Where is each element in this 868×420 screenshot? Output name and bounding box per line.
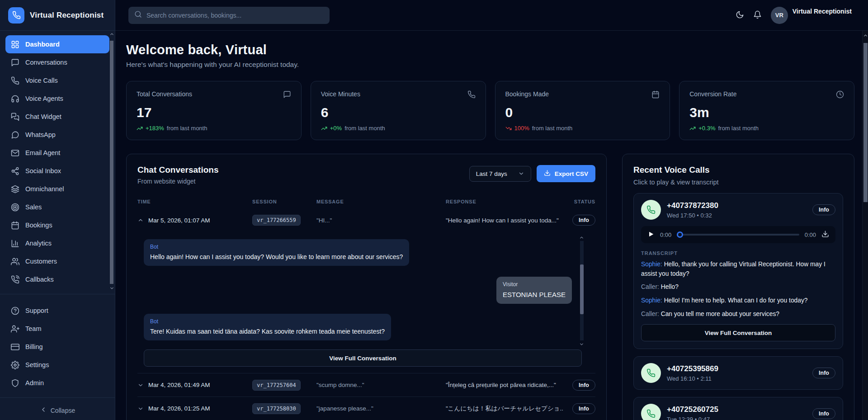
voice-call-card-expanded[interactable]: +40737872380 Wed 17:50 • 0:32 Info 0:00: [633, 193, 843, 349]
export-csv-button[interactable]: Export CSV: [537, 165, 595, 182]
sidebar-item-omnichannel[interactable]: Omnichannel: [5, 180, 109, 198]
sidebar-item-label: Support: [25, 307, 48, 314]
scroll-down-icon[interactable]: [109, 286, 114, 291]
sidebar-item-support[interactable]: Support: [5, 302, 109, 320]
play-button[interactable]: [647, 231, 655, 239]
sidebar-item-conversations[interactable]: Conversations: [5, 53, 109, 71]
sidebar-nav-secondary: SupportTeamBillingSettingsAdmin: [0, 298, 115, 394]
conversation-row[interactable]: Mar 4, 2026, 01:25 AMvr_177258030"japane…: [137, 396, 595, 420]
chevron-down-icon: [137, 382, 144, 388]
chat-scrollbar-thumb[interactable]: [580, 264, 584, 314]
transcript-line: Caller: Hello?: [641, 283, 835, 292]
trend-down-icon: [505, 125, 512, 132]
download-icon: [821, 230, 829, 239]
transcript-text: Hello?: [661, 283, 679, 290]
sidebar: Virtual Receptionist DashboardConversati…: [0, 0, 115, 420]
sidebar-item-settings[interactable]: Settings: [5, 356, 109, 374]
slider-track[interactable]: [677, 234, 799, 236]
scroll-up-icon[interactable]: [109, 32, 114, 37]
scroll-down-icon[interactable]: [579, 340, 584, 349]
sidebar-scrollbar-thumb[interactable]: [110, 41, 113, 284]
download-recording-button[interactable]: [821, 230, 829, 239]
info-badge[interactable]: Info: [572, 380, 595, 391]
phone-call-icon: [641, 363, 661, 383]
sidebar-item-admin[interactable]: Admin: [5, 374, 109, 392]
sidebar-item-callbacks[interactable]: Callbacks: [5, 270, 109, 288]
sidebar-item-chat-widget[interactable]: Chat Widget: [5, 108, 109, 126]
sidebar-item-analytics[interactable]: Analytics: [5, 234, 109, 252]
topbar: VR Virtual Receptionist: [115, 0, 868, 31]
conversation-row[interactable]: Mar 5, 2026, 01:07 AMvr_177266559"HI..."…: [137, 208, 595, 232]
table-rows-expanded: Mar 5, 2026, 01:07 AMvr_177266559"HI..."…: [137, 208, 595, 232]
transcript-speaker: Caller:: [641, 283, 659, 290]
seek-slider[interactable]: [677, 231, 799, 238]
chat-conversations-card: Chat Conversations From website widget L…: [126, 154, 607, 420]
sidebar-item-team[interactable]: Team: [5, 320, 109, 338]
view-full-conversation-button[interactable]: View Full Conversation: [641, 324, 835, 341]
sidebar-item-dashboard[interactable]: Dashboard: [5, 35, 109, 53]
calendar-icon: [11, 221, 20, 230]
sidebar-item-label: Dashboard: [25, 41, 60, 48]
stat-value: 0: [505, 105, 660, 120]
sidebar-item-label: Bookings: [25, 222, 52, 229]
sidebar-item-bookings[interactable]: Bookings: [5, 216, 109, 234]
chat-scrollbar[interactable]: [579, 236, 584, 345]
stat-card-voice-minutes: Voice Minutes6+0%from last month: [311, 81, 486, 140]
stat-value: 17: [137, 105, 291, 120]
page-subtitle: Here's what's happening with your AI rec…: [126, 61, 854, 69]
sidebar-item-label: Customers: [25, 258, 57, 265]
chat-card-header: Chat Conversations From website widget L…: [137, 165, 595, 185]
scroll-up-icon[interactable]: [863, 31, 868, 38]
info-badge[interactable]: Info: [572, 215, 595, 226]
info-badge[interactable]: Info: [812, 408, 835, 419]
dashboard-columns: Chat Conversations From website widget L…: [126, 154, 854, 420]
chevron-down-icon: [518, 170, 524, 177]
info-badge[interactable]: Info: [812, 368, 835, 378]
sidebar-item-billing[interactable]: Billing: [5, 338, 109, 356]
view-full-conversation-button[interactable]: View Full Conversation: [144, 349, 582, 367]
user-menu[interactable]: VR Virtual Receptionist: [771, 7, 852, 24]
voice-section-title: Recent Voice Calls: [633, 165, 843, 175]
phone-call-icon: [641, 200, 661, 220]
dashboard-icon: [11, 40, 20, 49]
info-badge[interactable]: Info: [812, 204, 835, 215]
sidebar-item-sales[interactable]: Sales: [5, 198, 109, 216]
sidebar-item-label: Omnichannel: [25, 185, 64, 193]
info-badge[interactable]: Info: [572, 403, 595, 414]
date-range-select[interactable]: Last 7 days: [469, 166, 531, 182]
session-badge: vr_177266559: [252, 215, 301, 226]
user-name: Virtual Receptionist: [793, 8, 852, 15]
conversation-row[interactable]: Mar 4, 2026, 01:49 AMvr_177257604"scump …: [137, 373, 595, 396]
voice-call-card[interactable]: +40725260725Tue 12:39 • 0:47Info: [633, 397, 843, 420]
sidebar-scrollbar[interactable]: [109, 32, 114, 420]
collapse-button[interactable]: Collapse: [40, 406, 75, 415]
page-scrollbar[interactable]: [862, 31, 868, 420]
stat-value: 6: [321, 105, 476, 120]
slider-knob[interactable]: [677, 231, 683, 238]
moon-icon: [736, 10, 744, 20]
call-number: +40725260725: [667, 405, 718, 414]
avatar[interactable]: VR: [771, 7, 788, 24]
message-circle-icon: [11, 130, 20, 139]
theme-toggle-button[interactable]: [736, 10, 744, 20]
page-scrollbar-thumb[interactable]: [863, 43, 868, 202]
sidebar-item-voice-calls[interactable]: Voice Calls: [5, 71, 109, 90]
notifications-button[interactable]: [753, 10, 762, 20]
transcript-speaker: Caller:: [641, 311, 659, 317]
column-message: MESSAGE: [316, 199, 442, 204]
sidebar-item-voice-agents[interactable]: Voice Agents: [5, 90, 109, 108]
message-square-icon: [283, 90, 291, 100]
voice-call-card[interactable]: +40725395869Wed 16:10 • 2:11Info: [633, 356, 843, 390]
sidebar-item-social-inbox[interactable]: Social Inbox: [5, 162, 109, 180]
topbar-right: VR Virtual Receptionist: [736, 7, 852, 24]
sidebar-item-whatsapp[interactable]: WhatsApp: [5, 126, 109, 144]
sidebar-item-email-agent[interactable]: Email Agent: [5, 144, 109, 162]
row-message: "scump domne...": [316, 382, 442, 388]
trend-up-icon: [321, 125, 327, 132]
sidebar-item-customers[interactable]: Customers: [5, 252, 109, 270]
search-box[interactable]: [128, 7, 330, 24]
phone-icon: [11, 76, 20, 85]
messages-square-icon: [11, 112, 20, 121]
row-response: "Înțeleg că prețurile pot părea ridicate…: [446, 382, 563, 388]
search-input[interactable]: [146, 12, 324, 19]
